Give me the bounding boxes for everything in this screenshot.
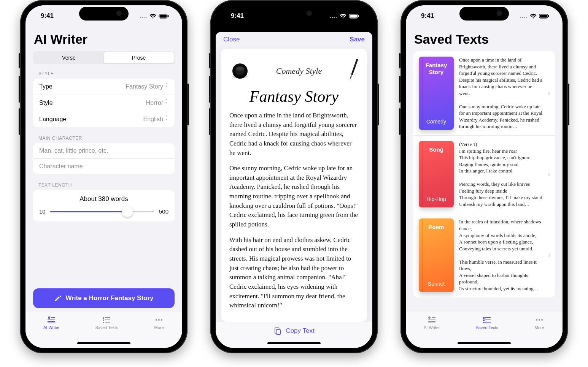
saved-item[interactable]: Fantasy Story Comedy Once upon a time in… [413,51,555,136]
main-character-group: Man, cat, little prince, etc. Character … [33,143,175,174]
phone-saved-texts: 9:41 Saved Texts Fantasy Story Comedy On… [400,0,568,353]
svg-rect-6 [168,15,169,17]
svg-rect-49 [485,320,491,320]
style-script-label: Comedy Style [276,66,322,76]
main-character-header: MAIN CHARACTER [38,136,169,141]
svg-point-31 [236,67,244,71]
book-tile-title: Poem [429,224,444,231]
status-time: 9:41 [231,12,244,20]
tab-saved-texts[interactable]: Saved Texts [95,315,118,330]
saved-snippet: In the realm of transition, where shadow… [459,218,543,292]
text-length-header: TEXT LENGTH [38,182,169,188]
home-indicator[interactable] [77,342,130,344]
tab-ai-writer[interactable]: AI Writer [424,315,440,330]
svg-point-36 [524,17,525,18]
more-icon [534,315,545,324]
svg-rect-48 [483,320,485,321]
book-tile: Fantasy Story Comedy [419,57,454,130]
svg-rect-46 [483,317,485,319]
chevron-right-icon: › [548,170,550,178]
svg-point-7 [48,316,50,319]
seg-option-prose[interactable]: Prose [104,52,174,63]
write-button[interactable]: Write a Horror Fantasy Story [33,288,175,308]
svg-point-54 [541,319,543,321]
tab-more[interactable]: More [534,315,545,330]
tab-saved-texts[interactable]: Saved Texts [475,315,498,330]
story-paragraph: One sunny morning, Cedric woke up late f… [229,164,359,229]
style-group: Type Fantasy Story ˄˅ Style Horror ˄˅ La… [33,79,175,127]
pen-icon [54,294,62,302]
slider-max: 500 [159,208,168,215]
svg-rect-39 [540,14,547,17]
svg-rect-17 [105,322,110,323]
cellular-icon [140,14,147,18]
row-language[interactable]: Language English ˄˅ [33,111,175,127]
modal-header: Close Save [216,32,372,49]
about-words-label: About 380 words [39,195,168,203]
page-title: Saved Texts [414,32,554,47]
close-button[interactable]: Close [223,36,240,43]
svg-rect-26 [350,14,357,17]
ink-well-icon [229,60,251,82]
segmented-verse-prose[interactable]: Verse Prose [33,51,175,64]
seg-option-verse[interactable]: Verse [34,52,104,63]
row-style-key: Style [39,100,53,106]
book-tile: Song Hip-Hop [419,141,454,207]
row-type[interactable]: Type Fantasy Story ˄˅ [33,79,175,95]
row-language-value: English [143,116,163,123]
svg-point-34 [520,17,521,18]
row-type-key: Type [39,83,52,90]
svg-rect-27 [358,15,359,17]
more-icon [154,315,164,324]
tab-bar: AI Writer Saved Texts More [406,312,563,348]
save-button[interactable]: Save [350,36,365,43]
home-indicator[interactable] [267,342,321,344]
svg-point-21 [330,17,331,18]
tab-more[interactable]: More [154,315,164,330]
phone-result-modal: 9:41 Close Save Comedy Style [210,0,378,353]
battery-icon [159,14,169,19]
svg-point-0 [140,17,141,18]
list-icon [482,315,492,324]
saved-list: Fantasy Story Comedy Once upon a time in… [413,51,555,297]
svg-rect-45 [432,317,435,318]
status-icons [140,14,169,19]
wifi-icon [340,14,346,19]
story-title: Fantasy Story [229,87,359,106]
svg-point-41 [428,316,431,319]
tab-ai-writer[interactable]: AI Writer [43,315,60,330]
svg-rect-5 [160,14,167,17]
character-name-input[interactable]: Character name [33,159,175,174]
svg-rect-51 [485,322,491,323]
row-language-key: Language [39,116,66,123]
svg-rect-43 [428,321,435,322]
story-body[interactable]: Once upon a time in the land of Brightsw… [229,111,359,310]
svg-point-37 [526,17,527,18]
row-style[interactable]: Style Horror ˄˅ [33,95,175,111]
svg-point-3 [146,17,147,18]
character-type-input[interactable]: Man, cat, little prince, etc. [33,143,175,159]
tab-label: More [154,325,164,330]
length-slider[interactable] [50,211,154,212]
list-icon [101,315,112,324]
compose-icon [46,315,57,324]
saved-item[interactable]: Poem Sonnet In the realm of transition, … [413,213,555,297]
copy-text-label: Copy Text [286,327,314,335]
svg-point-24 [336,17,337,18]
book-tile-title: Fantasy Story [421,62,451,76]
tab-label: AI Writer [424,325,440,330]
wifi-icon [149,14,156,19]
saved-snippet: Once upon a time in the land of Brightsw… [459,57,543,130]
saved-item[interactable]: Song Hip-Hop (Verse 1) I'm spitting fire… [413,136,555,213]
svg-point-18 [156,319,157,321]
svg-rect-11 [51,317,55,318]
book-tile-sub: Sonnet [428,281,445,287]
battery-icon [349,14,359,19]
slider-thumb[interactable] [122,206,133,217]
compose-icon [426,315,437,324]
svg-rect-14 [103,320,104,321]
home-indicator[interactable] [458,342,511,344]
style-header: STYLE [38,71,169,76]
book-tile-title: Song [429,146,443,153]
tab-label: AI Writer [43,325,60,330]
